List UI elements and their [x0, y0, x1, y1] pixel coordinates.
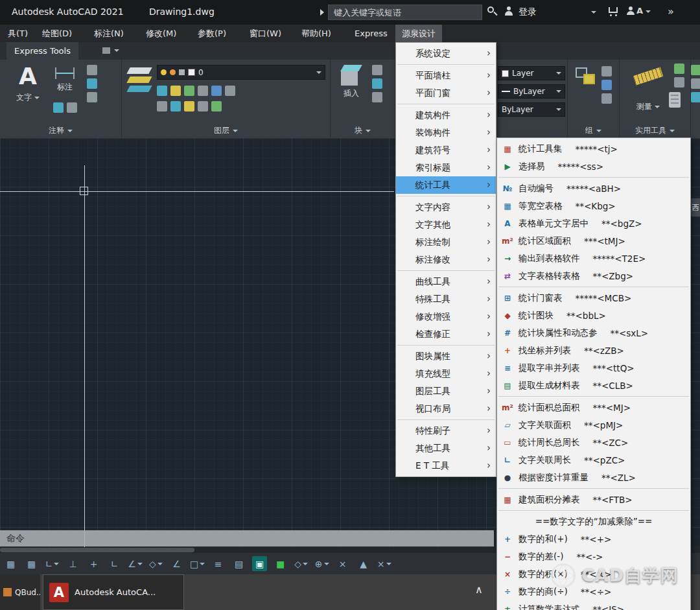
isometric-drafting-icon[interactable]: ◇ — [148, 556, 163, 571]
layer-merge-icon[interactable] — [211, 101, 222, 111]
model-grid-icon[interactable]: ▦ — [3, 556, 18, 571]
dimension-tool-button[interactable]: 标注 — [51, 66, 79, 93]
palette-tab[interactable]: 西 — [691, 198, 700, 217]
submenu-item-numbers-difference[interactable]: −数字的差(-)**<-> — [497, 548, 690, 565]
menu-item-decor-parts[interactable]: 装饰构件› — [396, 124, 496, 141]
menu-parametric[interactable]: 参数(P) — [191, 25, 233, 42]
submenu-item-easy-select[interactable]: ▶选择易*****<ss> — [497, 158, 690, 175]
grid-display-icon[interactable]: ▦ — [24, 556, 39, 571]
ungroup-icon[interactable] — [601, 66, 612, 76]
layer-current-icon[interactable] — [170, 101, 181, 111]
menu-item-text-other[interactable]: 文字其他› — [396, 216, 496, 233]
menu-tools[interactable]: 具(T) — [1, 25, 34, 42]
infer-constraints-icon[interactable]: ⊥ — [65, 556, 80, 571]
search-input[interactable] — [328, 5, 482, 20]
menu-item-plan-doors[interactable]: 平面门窗› — [396, 84, 496, 102]
quick-select-icon[interactable] — [674, 64, 684, 74]
menu-item-other-tools[interactable]: 其他工具› — [396, 440, 496, 457]
submenu-item-stats-toolset[interactable]: ▦统计工具集*****<tj> — [497, 140, 690, 158]
menu-item-dim-draw[interactable]: 标注绘制› — [396, 233, 496, 251]
menu-window[interactable]: 窗口(W) — [243, 25, 288, 42]
text-style-icon[interactable] — [87, 65, 97, 75]
menu-dimension[interactable]: 标注(N) — [88, 25, 130, 42]
submenu-item-auto-number[interactable]: №自动编号*****<aBH> — [497, 180, 690, 197]
menu-item-building-symbols[interactable]: 建筑符号› — [396, 141, 496, 159]
menu-draw[interactable]: 绘图(D) — [36, 25, 78, 42]
dim-style-icon[interactable] — [87, 78, 97, 89]
clipped-tool-icon[interactable] — [691, 65, 700, 75]
create-block-icon[interactable] — [372, 65, 382, 75]
object-snap-icon[interactable]: □ — [190, 556, 205, 571]
command-line[interactable]: 命令 — [0, 530, 494, 546]
table-tool-icon[interactable] — [67, 102, 77, 113]
polar-tracking-icon[interactable]: ∠ — [128, 556, 143, 571]
measure-button[interactable]: 测量 — [629, 101, 668, 112]
menu-express[interactable]: Express — [348, 25, 394, 42]
measure-ruler-icon[interactable] — [633, 67, 663, 86]
object-snap-tracking-icon[interactable]: ∠ — [169, 556, 184, 571]
transparency-icon[interactable]: ▤ — [231, 556, 246, 571]
color-combo[interactable]: ByLayer — [498, 84, 565, 99]
dynamic-ucs-icon[interactable]: ■ — [273, 556, 288, 571]
sign-in-label[interactable]: 登录 — [519, 6, 537, 18]
menu-item-modify-enhance[interactable]: 修改增强› — [396, 308, 496, 325]
menu-item-viewport-layout[interactable]: 视口布局› — [396, 400, 496, 417]
submenu-item-extract-strings-list[interactable]: ≡提取字串并列表***<ttQ> — [497, 359, 690, 377]
submenu-item-weight-by-density[interactable]: ●根据密度计算重量**<ZL> — [497, 469, 690, 486]
layer-isolate-icon[interactable] — [170, 86, 181, 96]
menu-item-dim-modify[interactable]: 标注修改› — [396, 251, 496, 268]
menu-item-text-content[interactable]: 文字内容› — [396, 198, 496, 216]
id-point-icon[interactable] — [674, 77, 684, 88]
menu-modify[interactable]: 修改(M) — [139, 25, 183, 42]
menu-item-system-settings[interactable]: 系统设定› — [396, 45, 496, 62]
edit-block-icon[interactable] — [372, 78, 382, 89]
menu-item-plan-walls[interactable]: 平面墙柱› — [396, 67, 496, 84]
layer-state-icon[interactable] — [157, 86, 167, 96]
submenu-item-area-apportion-table[interactable]: ▦建筑面积分摊表**<FTB> — [497, 491, 690, 508]
snap-mode-icon[interactable]: ∟ — [45, 556, 60, 571]
dynamic-input-icon[interactable]: + — [86, 556, 101, 571]
clipped-tool-icon[interactable] — [691, 78, 700, 89]
leader-tool-icon[interactable] — [53, 102, 64, 113]
submenu-item-calc-expression[interactable]: ±计算数学表达式**<JS> — [497, 600, 690, 610]
insert-block-button[interactable]: 插入 — [337, 64, 366, 99]
layer-select-combo[interactable]: Layer — [498, 66, 565, 80]
menu-item-layer-tools[interactable]: 图层工具› — [396, 382, 496, 400]
autoscale-icon[interactable]: ▲ — [356, 556, 371, 571]
panel-label-group[interactable]: 组 — [568, 125, 619, 136]
lineweight-icon[interactable]: ≡ — [211, 556, 226, 571]
menu-yuanquan[interactable]: 源泉设计 — [395, 25, 442, 42]
ortho-mode-icon[interactable]: ∟ — [107, 556, 122, 571]
layer-unisolate-icon[interactable] — [184, 86, 194, 96]
taskbar-app-autocad[interactable]: A Autodesk AutoCA... — [43, 574, 184, 610]
tab-express-tools[interactable]: Express Tools — [6, 42, 78, 60]
sign-in-icon[interactable] — [504, 6, 513, 17]
panel-toggle-caret-icon[interactable] — [114, 49, 119, 52]
gizmo-icon[interactable]: ⊕ — [314, 556, 329, 571]
linetype-combo[interactable]: ByLayer — [498, 102, 565, 117]
titlebar-caret-icon[interactable] — [591, 11, 596, 14]
submenu-item-numbers-sum[interactable]: +数字的和(+)**<+> — [497, 530, 690, 548]
menu-item-special-tools[interactable]: 特殊工具› — [396, 290, 496, 308]
submenu-item-find-coords-list[interactable]: +找坐标并列表**<zZB> — [497, 342, 690, 359]
layer-off-icon[interactable] — [211, 86, 222, 96]
scrollbar-thumb[interactable] — [0, 548, 194, 552]
block-attrs-icon[interactable] — [372, 92, 382, 102]
clipped-tool-icon[interactable] — [691, 92, 700, 102]
menu-item-check-fix[interactable]: 检查修正› — [396, 325, 496, 343]
panel-label-utilities[interactable]: 实用工具 — [620, 125, 690, 136]
submenu-item-stats-door-window[interactable]: ⊞统计门窗表*****<MCB> — [497, 289, 690, 307]
submenu-item-stats-block-attrs[interactable]: #统计块属性和动态参**<sxL> — [497, 324, 690, 342]
menu-item-stats-tools[interactable]: 统计工具› — [396, 176, 496, 194]
menu-item-block-attrs[interactable]: 图块属性› — [396, 347, 496, 365]
layer-match-icon[interactable] — [157, 101, 167, 111]
annotation-scale-icon[interactable]: × — [377, 556, 391, 571]
submenu-item-equal-width-table[interactable]: ▦等宽空表格**<Kbg> — [497, 197, 690, 215]
layer-lock-tool-icon[interactable] — [225, 86, 235, 96]
submenu-item-stats-blocks[interactable]: ◆统计图块**<bbL> — [497, 307, 690, 324]
table-style-icon[interactable] — [87, 92, 97, 102]
submenu-item-text-linked-area[interactable]: ▱文字关联面积**<pMJ> — [497, 416, 690, 434]
layer-properties-icon[interactable] — [127, 65, 153, 96]
menu-item-hatch-linetype[interactable]: 填充线型› — [396, 365, 496, 382]
selection-cycling-icon[interactable]: ▣ — [252, 556, 267, 571]
